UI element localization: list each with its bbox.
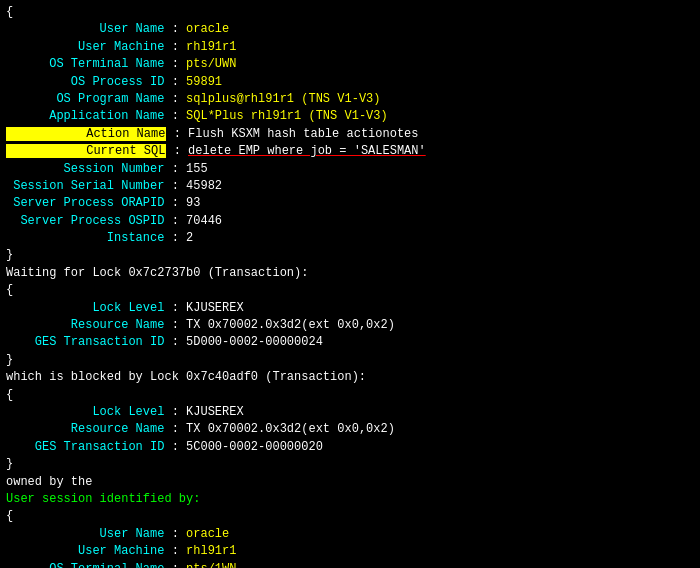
terminal-line: User Name : oracle bbox=[6, 21, 694, 38]
terminal-line: Server Process OSPID : 70446 bbox=[6, 213, 694, 230]
terminal-line: } bbox=[6, 456, 694, 473]
terminal-line: OS Program Name : sqlplus@rhl91r1 (TNS V… bbox=[6, 91, 694, 108]
terminal-line: { bbox=[6, 4, 694, 21]
terminal-line: GES Transaction ID : 5C000-0002-00000020 bbox=[6, 439, 694, 456]
terminal-line: User Machine : rhl91r1 bbox=[6, 39, 694, 56]
terminal-line: Lock Level : KJUSEREX bbox=[6, 300, 694, 317]
terminal-line: { bbox=[6, 508, 694, 525]
terminal-line: OS Terminal Name : pts/UWN bbox=[6, 56, 694, 73]
terminal-line: User session identified by: bbox=[6, 491, 694, 508]
terminal-line: Current SQL : delete EMP where job = 'SA… bbox=[6, 143, 694, 160]
terminal-line: GES Transaction ID : 5D000-0002-00000024 bbox=[6, 334, 694, 351]
terminal-output: { User Name : oracle User Machine : rhl9… bbox=[6, 4, 694, 568]
terminal-line: User Name : oracle bbox=[6, 526, 694, 543]
terminal-line: Resource Name : TX 0x70002.0x3d2(ext 0x0… bbox=[6, 421, 694, 438]
terminal-line: Session Serial Number : 45982 bbox=[6, 178, 694, 195]
terminal-line: Instance : 2 bbox=[6, 230, 694, 247]
terminal-line: Lock Level : KJUSEREX bbox=[6, 404, 694, 421]
terminal-line: OS Terminal Name : pts/1WN bbox=[6, 561, 694, 569]
terminal-line: OS Process ID : 59891 bbox=[6, 74, 694, 91]
terminal-line: Resource Name : TX 0x70002.0x3d2(ext 0x0… bbox=[6, 317, 694, 334]
terminal-line: { bbox=[6, 282, 694, 299]
terminal-line: } bbox=[6, 352, 694, 369]
terminal-line: Action Name : Flush KSXM hash table acti… bbox=[6, 126, 694, 143]
terminal-line: Server Process ORAPID : 93 bbox=[6, 195, 694, 212]
terminal-line: } bbox=[6, 247, 694, 264]
terminal-line: which is blocked by Lock 0x7c40adf0 (Tra… bbox=[6, 369, 694, 386]
terminal-line: User Machine : rhl91r1 bbox=[6, 543, 694, 560]
terminal-line: owned by the bbox=[6, 474, 694, 491]
terminal-line: Session Number : 155 bbox=[6, 161, 694, 178]
terminal-line: { bbox=[6, 387, 694, 404]
terminal-line: Waiting for Lock 0x7c2737b0 (Transaction… bbox=[6, 265, 694, 282]
terminal-line: Application Name : SQL*Plus rhl91r1 (TNS… bbox=[6, 108, 694, 125]
